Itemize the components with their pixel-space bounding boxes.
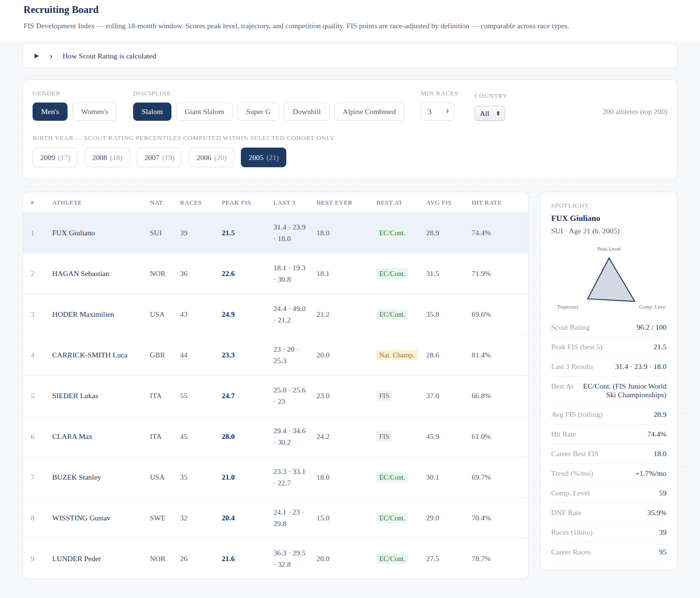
best-at-cell: Nat. Champ. (373, 335, 422, 376)
radar-axis-comp-level: Comp. Leve (639, 304, 665, 310)
peak-fis-cell: 28.0 (218, 416, 270, 457)
best-ever-cell: 18.0 (313, 213, 373, 253)
stat-row-last-3-results: Last 3 Results31.4 · 23.9 · 18.0 (551, 357, 666, 377)
birth-year-chip-2005[interactable]: 2005(21) (241, 148, 286, 167)
peak-fis-cell: 22.6 (218, 253, 270, 294)
gender-options: Men'sWomen's (33, 103, 117, 121)
last3-cell: 23.3 · 33.1 · 22.7 (270, 457, 313, 498)
discipline-option-giant-slalom[interactable]: Giant Slalom (176, 103, 233, 121)
stat-label: Races (18mo) (551, 528, 593, 537)
best-ever-cell: 20.0 (313, 335, 373, 376)
table-row-hoder-maximilien[interactable]: 3HODER MaximilienUSA4324.924.4 · 49.0 · … (23, 294, 528, 335)
stat-label: Peak FIS (best 5) (551, 343, 602, 351)
birth-year-chip-2007[interactable]: 2007(19) (137, 148, 182, 167)
column-header-hit-rate: HIT RATE (468, 192, 528, 213)
athlete-count: 200 athletes (top 200) (602, 107, 667, 116)
peak-fis-cell: 20.4 (218, 498, 270, 539)
gender-option-men-s[interactable]: Men's (33, 103, 68, 121)
best-at-badge: EC/Cont. (376, 268, 408, 279)
races-cell: 44 (176, 335, 218, 376)
best-at-badge: Nat. Champ. (376, 350, 418, 360)
how-scout-rating-expander[interactable]: ▶ › How Scout Rating is calculated (23, 44, 677, 68)
avg-fis-cell: 31.5 (422, 253, 468, 294)
nat-cell: USA (146, 457, 176, 498)
birth-year-group: BIRTH YEAR — SCOUT RATING PERCENTILES CO… (33, 134, 667, 167)
column-header-last-3: LAST 3 (270, 192, 313, 213)
races-cell: 35 (176, 457, 218, 498)
best-at-cell: FIS (373, 416, 422, 457)
races-cell: 43 (176, 294, 218, 335)
page-header: Recruiting Board FIS Development Index —… (0, 0, 700, 41)
stat-label: Career Best FIS (551, 449, 598, 458)
best-ever-cell: 18.0 (313, 457, 373, 498)
stat-value: 96.2 / 100 (597, 323, 666, 332)
stepper-arrows-icon[interactable]: ▲▼ (446, 109, 450, 114)
gender-option-women-s[interactable]: Women's (72, 103, 117, 121)
athlete-cell: CLARA Max (48, 416, 146, 457)
table-header-row: #ATHLETENAT.RACESPEAK FISLAST 3BEST EVER… (23, 192, 528, 213)
country-selected-value: All (480, 109, 489, 118)
birth-year-chip-2006[interactable]: 2006(20) (189, 148, 234, 167)
table-row-buzek-stanley[interactable]: 7BUZEK StanleyUSA3521.023.3 · 33.1 · 22.… (23, 457, 528, 498)
table-row-wissting-gustav[interactable]: 8WISSTING GustavSWE3220.424.1 · 23 · 29.… (23, 498, 528, 539)
column-header-athlete: ATHLETE (48, 192, 146, 213)
birth-year-chip-2008[interactable]: 2008(18) (85, 148, 130, 167)
stat-value: 28.9 (609, 410, 666, 419)
table-row-lunder-peder[interactable]: 9LUNDER PederNOR2621.636.3 · 29.5 · 32.8… (23, 539, 528, 579)
stat-value: EC/Cont. (FIS Junior World Ski Champions… (580, 382, 666, 399)
chip-count: (19) (162, 153, 175, 162)
discipline-options: SlalomGiant SlalomSuper GDownhillAlpine … (133, 103, 405, 121)
races-cell: 39 (176, 213, 218, 253)
stat-row-career-races: Career Races95 (551, 542, 666, 562)
stat-row-best-at: Best AtEC/Cont. (FIS Junior World Ski Ch… (551, 377, 666, 405)
peak-fis-cell: 24.9 (218, 294, 270, 335)
discipline-option-downhill[interactable]: Downhill (284, 103, 329, 121)
chip-count: (17) (58, 153, 70, 162)
rank-cell: 7 (23, 457, 48, 498)
nat-cell: NOR (146, 539, 176, 579)
best-at-badge: FIS (376, 391, 392, 401)
stat-label: Career Races (551, 548, 590, 556)
min-races-stepper[interactable]: ▲▼ (421, 103, 454, 121)
table-row-carrick-smith-luca[interactable]: 4CARRICK-SMITH LucaGBR4423.323 · 20 · 25… (23, 335, 528, 376)
best-ever-cell: 18.1 (313, 253, 373, 294)
column-header-avg-fis: AVG FIS (422, 192, 468, 213)
best-at-badge: EC/Cont. (376, 228, 408, 238)
stat-row-dnf-rate: DNF Rate35.9% (551, 503, 666, 523)
races-cell: 55 (176, 376, 218, 416)
filters-panel: GENDER Men'sWomen's DISCIPLINE SlalomGia… (23, 80, 677, 179)
birth-year-chip-2009[interactable]: 2009(17) (33, 148, 78, 167)
table-row-hagan-sebastian[interactable]: 2HAGAN SebastianNOR3622.618.1 · 19.3 · 3… (23, 253, 528, 294)
stat-row-comp-level: Comp. Level59 (551, 483, 666, 503)
discipline-label: DISCIPLINE (133, 90, 405, 97)
min-races-input[interactable] (428, 107, 441, 116)
discipline-option-super-g[interactable]: Super G (237, 103, 279, 121)
best-ever-cell: 21.2 (313, 294, 373, 335)
avg-fis-cell: 27.5 (422, 539, 468, 579)
table-row-fux-giuliano[interactable]: 1FUX GiulianoSUI3921.531.4 · 23.9 · 18.0… (23, 213, 528, 253)
stat-value: +1.7%/mo (600, 469, 666, 478)
stat-value: 59 (597, 489, 666, 497)
discipline-option-alpine-combined[interactable]: Alpine Combined (334, 103, 405, 121)
best-ever-cell: 20.0 (313, 539, 373, 579)
stat-row-peak-fis-best-5: Peak FIS (best 5)21.5 (551, 337, 666, 357)
country-select[interactable]: All ▲▼ (474, 106, 505, 121)
column-header-peak-fis: PEAK FIS (218, 192, 270, 213)
best-at-badge: FIS (376, 431, 392, 442)
stat-label: Scout Rating (551, 323, 590, 332)
gender-filter-group: GENDER Men'sWomen's (33, 90, 117, 121)
table-row-sieder-lukas[interactable]: 5SIEDER LukasITA5524.725.0 · 25.6 · 2323… (23, 376, 528, 416)
stat-row-hit-rate: Hit Rate74.4% (551, 425, 666, 444)
stat-value: 18.0 (605, 449, 666, 458)
table-row-clara-max[interactable]: 6CLARA MaxITA4528.029.4 · 34.6 · 30.224.… (23, 416, 528, 457)
best-ever-cell: 15.0 (313, 498, 373, 539)
athlete-cell: CARRICK-SMITH Luca (48, 335, 146, 376)
select-arrows-icon: ▲▼ (496, 111, 500, 115)
avg-fis-cell: 28.9 (422, 213, 468, 253)
races-cell: 36 (176, 253, 218, 294)
spotlight-panel: SPOTLIGHT FUX Giuliano SUI · Age 21 (b. … (540, 192, 677, 570)
discipline-option-slalom[interactable]: Slalom (133, 103, 171, 121)
rank-cell: 1 (23, 213, 48, 253)
recruiting-table-card: #ATHLETENAT.RACESPEAK FISLAST 3BEST EVER… (23, 192, 529, 579)
athlete-cell: HODER Maximilien (48, 294, 146, 335)
